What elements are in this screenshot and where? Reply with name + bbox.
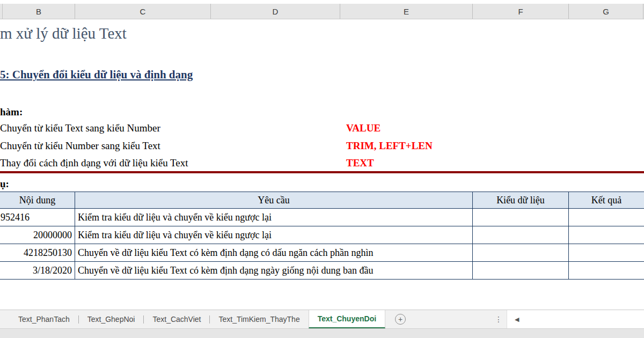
thick-red-divider [0,171,644,173]
cell-kieu-du-lieu[interactable] [473,262,569,279]
sheet-tab-text-chuyendoi[interactable]: Text_ChuyenDoi [309,310,385,328]
example-label-cell[interactable]: ụ: [0,178,9,190]
function-description-cell[interactable]: Chuyển từ kiểu Number sang kiểu Text [0,140,160,152]
table-row: 3/18/2020 Chuyển về dữ liệu kiểu Text có… [0,262,644,280]
cell-ket-qua[interactable] [569,209,644,226]
cell-yeu-cau[interactable]: Chuyển về dữ liệu kiểu Text có kèm định … [75,244,473,261]
function-name-cell[interactable]: VALUE [346,122,380,134]
cell-noi-dung[interactable]: 952416 [0,209,75,226]
column-header-d[interactable]: D [211,4,340,19]
column-header-g[interactable]: G [569,4,643,19]
sheet-tab-bar: Text_PhanTach Text_GhepNoi Text_CachViet… [0,310,644,328]
sheet-tab-text-ghepnoi[interactable]: Text_GhepNoi [79,310,144,328]
function-name-cell[interactable]: TEXT [346,157,374,169]
cell-ket-qua[interactable] [569,226,644,244]
column-headers: B C D E F G [0,4,644,19]
function-description-cell[interactable]: Chuyển từ kiểu Text sang kiểu Number [0,122,160,134]
cell-yeu-cau[interactable]: Kiểm tra kiểu dữ liệu và chuyển về kiểu … [75,209,473,226]
column-header-e[interactable]: E [340,4,473,19]
cell-noi-dung[interactable]: 20000000 [0,226,75,244]
column-header-c[interactable]: C [75,4,211,19]
cell-ket-qua[interactable] [569,262,644,279]
cell-kieu-du-lieu[interactable] [473,226,569,244]
functions-label-cell[interactable]: hàm: [0,106,23,118]
new-sheet-button[interactable]: + [395,314,406,325]
sheet-tab-text-timkiem-thaythe[interactable]: Text_TimKiem_ThayThe [210,310,308,328]
cell-yeu-cau[interactable]: Kiểm tra kiểu dữ liệu và chuyển về kiểu … [75,226,473,244]
function-name-cell[interactable]: TRIM, LEFT+LEN [346,140,433,152]
table-header-kieu-du-lieu[interactable]: Kiểu dữ liệu [473,192,569,208]
sheet-tab-text-phantach[interactable]: Text_PhanTach [10,310,78,328]
cell-kieu-du-lieu[interactable] [473,209,569,226]
cell-yeu-cau[interactable]: Chuyển về dữ liệu kiểu Text có kèm định … [75,262,473,279]
horizontal-scrollbar[interactable]: ◀ [507,310,644,328]
cell-kieu-du-lieu[interactable] [473,244,569,261]
function-row: Chuyển từ kiểu Number sang kiểu Text TRI… [0,140,644,156]
tab-splitter-icon[interactable]: ⋮ [495,310,502,328]
table-row: 20000000 Kiểm tra kiểu dữ liệu và chuyển… [0,226,644,244]
example-table: Nội dung Yêu cầu Kiểu dữ liệu Kết quả 95… [0,192,644,280]
column-header-b[interactable]: B [3,4,75,19]
table-row: 4218250130 Chuyển về dữ liệu kiểu Text c… [0,244,644,262]
scroll-left-icon[interactable]: ◀ [515,316,519,323]
table-header-yeu-cau[interactable]: Yêu cầu [75,192,473,208]
cell-ket-qua[interactable] [569,244,644,261]
status-bar [0,328,644,338]
column-header-f[interactable]: F [473,4,569,19]
plus-icon: + [398,315,402,323]
sheet-title-cell[interactable]: m xử lý dữ liệu Text [0,25,127,42]
function-row: Chuyển từ kiểu Text sang kiểu Number VAL… [0,122,644,138]
table-header-row: Nội dung Yêu cầu Kiểu dữ liệu Kết quả [0,192,644,209]
section-heading-cell[interactable]: 5: Chuyển đổi kiểu dữ liệu và định dạng [0,68,193,82]
table-header-ket-qua[interactable]: Kết quả [569,192,644,208]
spreadsheet-window: B C D E F G m xử lý dữ liệu Text 5: Chuy… [0,0,644,338]
cell-noi-dung[interactable]: 3/18/2020 [0,262,75,279]
table-header-noi-dung[interactable]: Nội dung [0,192,75,208]
sheet-tab-text-cachviet[interactable]: Text_CachViet [144,310,209,328]
cell-noi-dung[interactable]: 4218250130 [0,244,75,261]
table-row: 952416 Kiểm tra kiểu dữ liệu và chuyển v… [0,209,644,226]
function-description-cell[interactable]: Thay đổi cách định dạng với dữ liệu kiểu… [0,157,188,169]
